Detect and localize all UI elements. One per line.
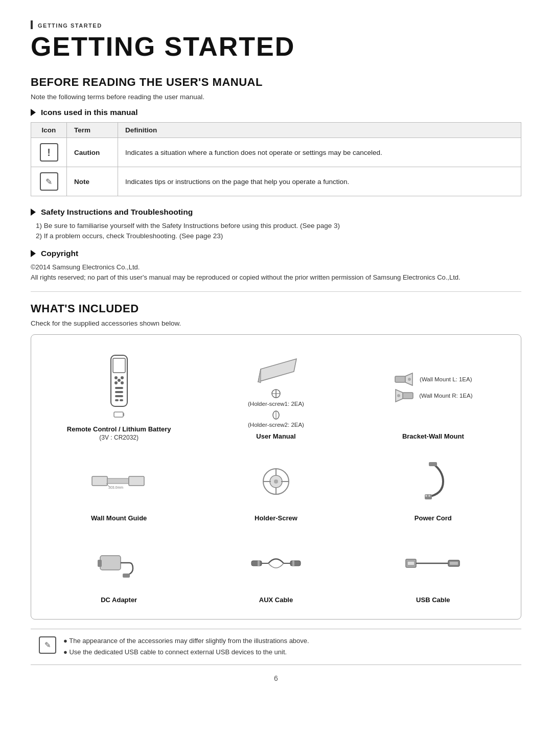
- manual-illustration: (Holder-screw1: 2EA) (Holder-screw2: 2EA…: [248, 351, 304, 428]
- list-item: 1) Be sure to familiarise yourself with …: [36, 222, 521, 230]
- svg-point-38: [274, 479, 278, 484]
- power-cord-label: Power Cord: [415, 514, 452, 523]
- bracket-illustration: (Wall Mount L: 1EA) (Wall Mount R: 1EA): [394, 351, 472, 428]
- included-item-wall-guide: 303.0mm Wall Mount Guide: [40, 448, 197, 530]
- manual-svg: [253, 351, 299, 386]
- svg-rect-54: [407, 561, 415, 565]
- triangle-icon: [31, 209, 36, 216]
- svg-marker-15: [258, 369, 261, 383]
- included-item-holder-screw: Holder-Screw: [197, 448, 354, 530]
- col-icon: Icon: [31, 123, 67, 138]
- wall-mount-r-label: (Wall Mount R: 1EA): [419, 393, 472, 399]
- aux-cable-label: AUX Cable: [259, 595, 293, 605]
- breadcrumb-text: Getting Started: [38, 22, 102, 29]
- svg-point-40: [425, 495, 427, 497]
- svg-point-6: [118, 379, 121, 382]
- caution-term: Caution: [67, 138, 118, 167]
- bracket-label: Bracket-Wall Mount: [402, 432, 464, 441]
- included-item-usb-cable: USB Cable: [355, 530, 512, 612]
- section1-title: BEFORE READING THE USER'S MANUAL: [31, 76, 521, 89]
- holder-screw1-label: (Holder-screw1: 2EA): [248, 401, 304, 407]
- note-icon: ✎: [40, 172, 58, 191]
- aux-cable-illustration: [250, 535, 302, 591]
- dc-adapter-illustration: [96, 535, 142, 591]
- copyright-line2: All rights reserved; no part of this use…: [31, 273, 521, 281]
- battery-svg: [113, 411, 125, 418]
- dc-adapter-svg: [96, 545, 142, 581]
- included-grid: Remote Control / Lithium Battery (3V : C…: [40, 346, 512, 612]
- svg-text:303.0mm: 303.0mm: [108, 486, 123, 489]
- copyright-heading: Copyright: [31, 249, 521, 258]
- section2-note: Check for the supplied accessories shown…: [31, 319, 521, 327]
- icons-heading: Icons used in this manual: [31, 108, 521, 117]
- svg-point-5: [121, 381, 124, 384]
- holder-screw-illustration: [258, 453, 294, 510]
- svg-rect-1: [113, 358, 125, 373]
- svg-point-4: [114, 381, 118, 384]
- svg-rect-7: [115, 387, 123, 389]
- aux-cable-svg: [250, 547, 302, 580]
- note-bullet-1: The appearance of the accessories may di…: [63, 635, 309, 647]
- usb-cable-svg: [405, 553, 461, 574]
- svg-rect-12: [114, 412, 123, 417]
- usb-cable-label: USB Cable: [416, 595, 450, 605]
- svg-point-2: [114, 376, 118, 379]
- power-cord-illustration: [418, 453, 448, 510]
- wall-guide-svg: 303.0mm: [91, 472, 147, 491]
- wall-mount-l: (Wall Mount L: 1EA): [394, 372, 472, 386]
- remote-svg: [106, 354, 132, 410]
- svg-rect-29: [129, 476, 144, 486]
- svg-point-26: [397, 394, 400, 397]
- svg-rect-51: [258, 561, 260, 566]
- svg-point-41: [428, 495, 430, 497]
- included-box: Remote Control / Lithium Battery (3V : C…: [31, 334, 521, 620]
- wall-guide-label: Wall Mount Guide: [91, 514, 147, 523]
- holder-screw-label: Holder-Screw: [255, 514, 297, 523]
- svg-rect-47: [251, 561, 262, 566]
- svg-rect-9: [115, 395, 123, 397]
- svg-rect-57: [450, 562, 458, 565]
- remote-sublabel: (3V : CR2032): [99, 434, 139, 441]
- wall-guide-illustration: 303.0mm: [91, 453, 147, 510]
- safety-list: 1) Be sure to familiarise yourself with …: [36, 222, 521, 240]
- wall-mount-r: (Wall Mount R: 1EA): [394, 388, 472, 403]
- note-icon-box: ✎: [39, 636, 56, 654]
- power-cord-svg: [418, 461, 448, 502]
- breadcrumb: Getting Started: [31, 20, 521, 29]
- svg-point-3: [121, 376, 124, 379]
- svg-rect-43: [100, 556, 121, 570]
- wall-mount-l-label: (Wall Mount L: 1EA): [420, 376, 472, 382]
- included-item-power-cord: Power Cord: [355, 448, 512, 530]
- holder-screw-svg: [258, 464, 294, 499]
- svg-rect-52: [292, 561, 294, 566]
- triangle-icon: [31, 250, 36, 257]
- note-box-content: The appearance of the accessories may di…: [63, 635, 309, 658]
- screw2-icon: [271, 410, 281, 420]
- svg-rect-11: [120, 399, 123, 401]
- page-title: GETTING STARTED: [31, 32, 521, 61]
- copyright-line1: ©2014 Samsung Electronics Co.,Ltd.: [31, 263, 521, 271]
- page-number: 6: [31, 674, 521, 682]
- triangle-icon: [31, 109, 36, 116]
- table-row: ! Caution Indicates a situation where a …: [31, 138, 521, 167]
- svg-rect-27: [92, 476, 107, 486]
- note-box: ✎ The appearance of the accessories may …: [31, 629, 521, 665]
- manual-label: User Manual: [256, 432, 295, 441]
- svg-rect-10: [115, 399, 119, 401]
- col-def: Definition: [118, 123, 521, 138]
- icons-table: Icon Term Definition ! Caution Indicates…: [31, 122, 521, 196]
- svg-rect-13: [123, 413, 124, 416]
- svg-rect-8: [115, 391, 123, 393]
- note-term: Note: [67, 167, 118, 196]
- svg-point-23: [408, 378, 411, 381]
- section2-title: WHAT'S INCLUDED: [31, 302, 521, 315]
- holder-screw2-label: (Holder-screw2: 2EA): [248, 422, 304, 428]
- wall-mount-r-svg: [394, 388, 414, 403]
- included-item-manual: (Holder-screw1: 2EA) (Holder-screw2: 2EA…: [197, 346, 354, 448]
- svg-rect-46: [123, 574, 130, 578]
- note-icon-cell: ✎: [31, 167, 67, 196]
- col-term: Term: [67, 123, 118, 138]
- safety-heading: Safety Instructions and Troubleshooting: [31, 208, 521, 217]
- caution-icon-cell: !: [31, 138, 67, 167]
- usb-cable-illustration: [405, 535, 461, 591]
